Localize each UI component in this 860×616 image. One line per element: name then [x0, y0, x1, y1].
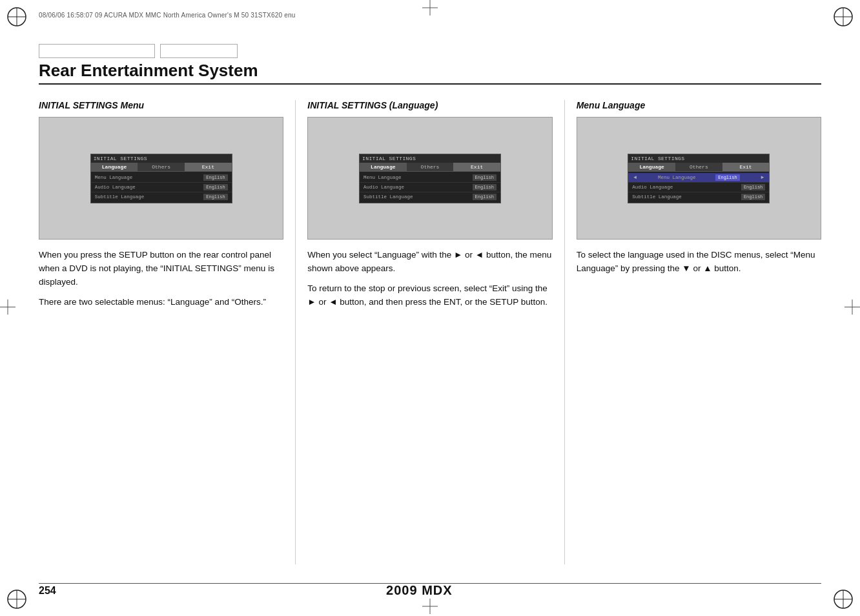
page-title: Rear Entertainment System [39, 61, 821, 85]
col3-row-1: ◄ Menu Language English ► [628, 173, 769, 183]
col1-dvd-panel: INITIAL SETTINGS Language Others Exit Me… [90, 154, 232, 203]
corner-mark-tr [832, 5, 855, 28]
col2-screen: INITIAL SETTINGS Language Others Exit Me… [307, 117, 552, 240]
col3-arrow-left: ◄ [632, 174, 638, 180]
col2-dvd-tabs: Language Others Exit [360, 163, 500, 172]
meta-line: 08/06/06 16:58:07 09 ACURA MDX MMC North… [39, 12, 295, 19]
col1-text: When you press the SETUP button on the r… [39, 249, 283, 309]
corner-mark-tl [5, 5, 28, 28]
col3-text: To select the language used in the DISC … [577, 249, 821, 276]
col2-tab-others: Others [407, 163, 454, 172]
col2-para-1: When you select “Language” with the ► or… [307, 249, 552, 276]
col2-row-3: Subtitle Language English [360, 192, 500, 201]
col2-row-2: Audio Language English [360, 183, 500, 192]
crosshair-left [0, 300, 15, 317]
col1-tab-exit: Exit [185, 163, 232, 172]
crosshair-right [845, 300, 860, 317]
col2-heading: INITIAL SETTINGS (Language) [307, 100, 552, 110]
col3-screen: INITIAL SETTINGS Language Others Exit ◄ … [577, 117, 821, 240]
col3-dvd-header: INITIAL SETTINGS [628, 154, 769, 163]
col3-row-2: Audio Language English [628, 183, 769, 192]
col1-screen: INITIAL SETTINGS Language Others Exit Me… [39, 117, 283, 240]
col2-tab-exit: Exit [453, 163, 500, 172]
col3-dvd-panel: INITIAL SETTINGS Language Others Exit ◄ … [628, 154, 770, 203]
col1-heading: INITIAL SETTINGS Menu [39, 100, 283, 110]
page-footer: 254 2009 MDX [39, 583, 821, 598]
col3-dvd-rows: ◄ Menu Language English ► Audio Language… [628, 172, 769, 203]
col3-arrow-right: ► [759, 174, 765, 180]
title-boxes [39, 44, 821, 58]
corner-mark-bl [5, 588, 28, 611]
col2-dvd-header: INITIAL SETTINGS [360, 154, 500, 163]
crosshair-bottom [422, 599, 438, 616]
column-3: Menu Language INITIAL SETTINGS Language … [565, 100, 821, 564]
col1-tab-others: Others [138, 163, 185, 172]
col1-row-1: Menu Language English [91, 173, 232, 183]
col1-row-2: Audio Language English [91, 183, 232, 192]
col1-dvd-header: INITIAL SETTINGS [91, 154, 232, 163]
model-year: 2009 MDX [386, 583, 453, 598]
col3-heading: Menu Language [577, 100, 821, 110]
col2-row-1: Menu Language English [360, 173, 500, 183]
col3-tab-others: Others [675, 163, 722, 172]
title-box-2 [160, 44, 238, 58]
col1-para-2: There are two selectable menus: “Languag… [39, 296, 283, 309]
col2-tab-language: Language [360, 163, 407, 172]
column-1: INITIAL SETTINGS Menu INITIAL SETTINGS L… [39, 100, 296, 564]
col3-tab-language: Language [628, 163, 675, 172]
col3-dvd-tabs: Language Others Exit [628, 163, 769, 172]
corner-mark-br [832, 588, 855, 611]
crosshair-top [422, 0, 438, 17]
col1-tab-language: Language [91, 163, 138, 172]
col3-row-3: Subtitle Language English [628, 192, 769, 201]
col1-para-1: When you press the SETUP button on the r… [39, 249, 283, 289]
column-2: INITIAL SETTINGS (Language) INITIAL SETT… [296, 100, 564, 564]
col2-text: When you select “Language” with the ► or… [307, 249, 552, 309]
col2-dvd-rows: Menu Language English Audio Language Eng… [360, 172, 500, 203]
col3-para-1: To select the language used in the DISC … [577, 249, 821, 276]
page-number: 254 [39, 585, 56, 597]
col1-dvd-tabs: Language Others Exit [91, 163, 232, 172]
col2-dvd-panel: INITIAL SETTINGS Language Others Exit Me… [359, 154, 501, 203]
col2-para-2: To return to the stop or previous screen… [307, 282, 552, 309]
col3-tab-exit: Exit [722, 163, 770, 172]
col1-row-3: Subtitle Language English [91, 192, 232, 201]
title-box-1 [39, 44, 155, 58]
col1-dvd-rows: Menu Language English Audio Language Eng… [91, 172, 232, 203]
page-title-area: Rear Entertainment System [39, 44, 821, 85]
main-content: INITIAL SETTINGS Menu INITIAL SETTINGS L… [39, 100, 821, 564]
